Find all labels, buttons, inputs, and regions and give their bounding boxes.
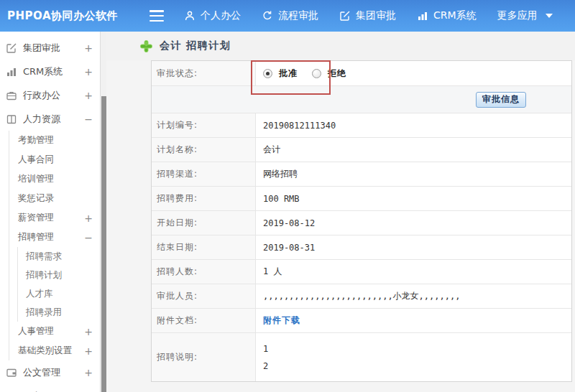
nav-crm-system[interactable]: CRM系统 [417,9,477,22]
sidebar-item-recruit-hire[interactable]: 招聘录用 [18,303,100,322]
sidebar-item-salary[interactable]: 薪资管理+ [9,208,100,228]
sidebar-label: 招聘管理 [18,231,54,243]
sidebar-item-vehicle[interactable]: 用车管理 + [0,384,100,392]
sidebar-label: 行政办公 [23,89,60,102]
field-label: 开始日期: [152,211,256,235]
nav-label: 流程审批 [278,9,318,22]
sidebar-label: 薪资管理 [18,212,54,224]
field-value: 2019-08-31 [256,235,571,259]
sidebar-label: 人力资源 [23,113,60,126]
nav-process-approval[interactable]: 流程审批 [262,9,318,22]
collapse-icon[interactable]: − [84,113,93,125]
table-row-attachment: 附件文档: 附件下载 [152,308,571,332]
briefcase-icon [6,90,17,101]
sidebar-item-base-category[interactable]: 基础类别设置+ [9,341,100,360]
sidebar-scrollbar-track[interactable] [100,32,106,392]
table-row: 计划编号: 20190812111340 [152,113,571,137]
field-label: 附件文档: [152,309,256,332]
field-value: 1 2 [256,333,571,381]
expand-icon[interactable]: + [84,326,93,337]
table-row: 招聘费用: 100 RMB [152,186,571,210]
sidebar-label: 集团审批 [23,42,60,55]
sidebar-scrollbar-thumb[interactable] [101,96,106,392]
table-row: 招聘渠道: 网络招聘 [152,162,571,186]
table-row: 招聘人数: 1 人 [152,259,571,284]
table-row: 结束日期: 2019-08-31 [152,235,571,259]
nav-more-apps[interactable]: 更多应用 [497,9,538,22]
expand-icon[interactable]: + [84,345,93,357]
table-row: 开始日期: 2019-08-12 [152,210,571,235]
sidebar-item-hr-contract[interactable]: 人事合同 [9,150,100,169]
sidebar-label: 招聘需求 [26,251,62,263]
hr-submenu: 考勤管理 人事合同 培训管理 奖惩记录 薪资管理+ 招聘管理− 招聘需求 招聘计… [9,131,100,360]
sidebar-item-recruit-plan[interactable]: 招聘计划 [18,266,100,284]
approval-status-radio-group: 批准 拒绝 [263,67,354,80]
page-title-bar: 会计 招聘计划 [106,32,575,60]
field-value: ,,,,,,,,,,,,,,,,,,,,,,,,,小龙女,,,,,,,, [256,284,571,308]
sidebar-label: 公文管理 [23,366,60,379]
table-row-description: 招聘说明: 1 2 [152,332,571,381]
field-value: 2019-08-12 [256,211,571,235]
sidebar-item-crm[interactable]: CRM系统 + [0,60,100,83]
expand-icon[interactable]: + [84,66,93,78]
approve-radio[interactable] [263,69,272,78]
field-label: 结束日期: [152,235,256,259]
nav-label: CRM系统 [433,9,477,22]
sidebar-item-rewards[interactable]: 奖惩记录 [9,189,100,208]
sidebar-label: CRM系统 [23,65,63,78]
description-line: 1 [263,344,268,354]
sidebar-item-attendance[interactable]: 考勤管理 [9,131,100,150]
nav-group-approval[interactable]: 集团审批 [339,9,396,22]
process-icon [262,10,273,22]
nav-label: 更多应用 [497,9,538,22]
status-row: 审批状态: 批准 拒绝 [152,61,571,85]
sidebar-label: 奖惩记录 [18,192,54,205]
field-label: 招聘渠道: [152,162,256,186]
sidebar-label: 人事合同 [18,154,54,166]
field-value: 1 人 [256,260,571,284]
field-label: 审批状态: [152,61,256,85]
sidebar-item-training[interactable]: 培训管理 [9,169,100,189]
button-row: 审批信息 [152,85,571,113]
nav-label: 集团审批 [356,9,396,22]
sidebar-item-documents[interactable]: 公文管理 + [0,360,100,384]
sidebar-item-group-approval[interactable]: 集团审批 + [0,36,100,60]
field-label: 审批人员: [152,284,256,308]
expand-icon[interactable]: + [84,42,93,54]
nav-personal-office[interactable]: 个人办公 [184,9,241,22]
recruitment-submenu: 招聘需求 招聘计划 人才库 招聘录用 [17,247,100,322]
edit-icon [339,10,351,22]
edit-icon [6,42,17,54]
sidebar-label: 培训管理 [18,173,54,185]
sidebar-item-hr[interactable]: 人力资源 − [0,107,100,131]
field-value: 20190812111340 [256,113,571,137]
sidebar: 集团审批 + CRM系统 + 行政办公 + 人力资源 − 考勤管理 人事合同 培… [0,32,100,392]
expand-icon[interactable]: + [84,367,93,378]
field-label: 招聘人数: [152,260,256,284]
app-logo: PHPOA协同办公软件 [7,9,141,23]
attachment-download-link[interactable]: 附件下载 [263,314,300,327]
menu-icon[interactable] [150,10,164,22]
field-label: 计划编号: [152,113,256,137]
expand-icon[interactable]: + [84,90,93,101]
caret-down-icon[interactable] [546,14,553,18]
reject-radio[interactable] [312,69,321,78]
table-row: 审批人员: ,,,,,,,,,,,,,,,,,,,,,,,,,小龙女,,,,,,… [152,284,571,308]
sidebar-item-talent-pool[interactable]: 人才库 [18,284,100,303]
sidebar-item-recruit-demand[interactable]: 招聘需求 [18,247,100,266]
sidebar-item-recruitment[interactable]: 招聘管理− [9,228,100,247]
topbar-nav: 个人办公 流程审批 集团审批 CRM系统 更多应用 [184,9,567,22]
recruit-plan-form: 审批状态: 批准 拒绝 审批信息 计划编号: 20190812111340 计划… [151,60,572,382]
field-value: 网络招聘 [256,162,571,186]
plus-icon [139,39,153,53]
table-row: 计划名称: 会计 [152,137,571,162]
collapse-icon[interactable]: − [84,232,93,243]
description-line: 2 [263,361,268,371]
main-content: 会计 招聘计划 审批状态: 批准 拒绝 审批信息 计划编号: 201908121… [106,32,575,392]
sidebar-item-personnel[interactable]: 人事管理+ [9,322,100,341]
approve-radio-label: 批准 [279,67,298,80]
book-icon [6,113,17,125]
approval-info-button[interactable]: 审批信息 [476,92,526,108]
expand-icon[interactable]: + [84,213,93,224]
sidebar-item-admin-office[interactable]: 行政办公 + [0,83,100,107]
